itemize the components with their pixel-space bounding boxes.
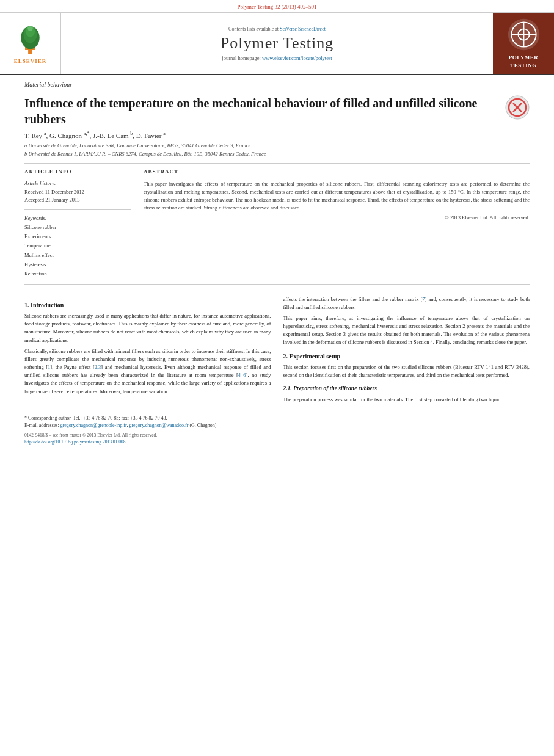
- affiliation-2: b Université de Rennes 1, LARMA.U.R. – C…: [24, 151, 530, 158]
- article-info-col: ARTICLE INFO Article history: Received 1…: [24, 169, 131, 279]
- body-two-col: 1. Introduction Silicone rubbers are inc…: [24, 296, 530, 407]
- intro-heading: 1. Introduction: [24, 300, 271, 310]
- accepted-date: Accepted 21 January 2013: [24, 197, 79, 203]
- abstract-col: ABSTRACT This paper investigates the eff…: [144, 169, 530, 279]
- homepage-link[interactable]: www.elsevier.com/locate/polytest: [262, 55, 332, 61]
- intro-col2-p2: This paper aims, therefore, at investiga…: [283, 314, 530, 347]
- article-info-title: ARTICLE INFO: [24, 169, 131, 176]
- divider-body: [24, 284, 530, 285]
- svg-point-5: [27, 26, 32, 31]
- keyword-4: Mullins effect: [24, 251, 131, 260]
- email-footnote: E-mail addresses: gregory.chagnon@grenob…: [24, 422, 530, 429]
- ref-7[interactable]: 7: [422, 296, 425, 302]
- body-col-right: affects the interaction between the fill…: [283, 296, 530, 407]
- keywords-list: Silicone rubber Experiments Temperature …: [24, 223, 131, 279]
- article-title: Influence of the temperature on the mech…: [24, 95, 530, 127]
- divider-keywords: [24, 209, 131, 210]
- keyword-2: Experiments: [24, 232, 131, 241]
- copyright-line: © 2013 Elsevier Ltd. All rights reserved…: [144, 214, 530, 220]
- article-dates: Received 11 December 2012 Accepted 21 Ja…: [24, 188, 131, 205]
- doi-link[interactable]: http://dx.doi.org/10.1016/j.polymertesti…: [24, 439, 125, 445]
- page-container: Polymer Testing 32 (2013) 492–501 ELSEVI…: [0, 0, 554, 445]
- received-date: Received 11 December 2012: [24, 189, 84, 195]
- polymer-testing-badge: POLYMER TESTING: [509, 54, 539, 69]
- ref-4[interactable]: 4–6: [238, 372, 246, 378]
- article-history-label: Article history:: [24, 180, 131, 186]
- intro-col2-p1: affects the interaction between the fill…: [283, 296, 530, 311]
- keyword-5: Hysteresis: [24, 260, 131, 269]
- header-left: ELSEVIER: [0, 13, 61, 74]
- email-link-2[interactable]: gregory.chagnon@wanadoo.fr: [129, 423, 188, 428]
- divider: [24, 163, 530, 164]
- email-link-1[interactable]: gregory.chagnon@grenoble-inp.fr: [60, 423, 127, 428]
- affiliation-1: a Université de Grenoble, Laboratoire 3S…: [24, 142, 530, 150]
- footnote-area: * Corresponding author. Tel.: +33 4 76 8…: [24, 412, 530, 429]
- ref-2[interactable]: 2,3: [95, 364, 101, 370]
- elsevier-tree-icon: [13, 23, 47, 57]
- crossmark-icon: [505, 95, 530, 120]
- body-col-left: 1. Introduction Silicone rubbers are inc…: [24, 296, 271, 407]
- prep-heading: 2.1. Preparation of the silicone rubbers: [283, 384, 530, 393]
- keyword-1: Silicone rubber: [24, 223, 131, 232]
- exp-heading: 2. Experimental setup: [283, 352, 530, 362]
- header-center: Contents lists available at SciVerse Sci…: [61, 13, 493, 74]
- journal-header: ELSEVIER Contents lists available at Sci…: [0, 13, 554, 75]
- body-section: 1. Introduction Silicone rubbers are inc…: [0, 289, 554, 446]
- abstract-title: ABSTRACT: [144, 169, 530, 176]
- header-right-badge: POLYMER TESTING: [493, 13, 554, 74]
- keywords-section: Keywords: Silicone rubber Experiments Te…: [24, 215, 131, 279]
- sciverse-link[interactable]: SciVerse ScienceDirect: [280, 26, 326, 32]
- journal-issue: Polymer Testing 32 (2013) 492–501: [237, 4, 316, 10]
- corresponding-footnote: * Corresponding author. Tel.: +33 4 76 8…: [24, 415, 530, 422]
- article-section: Material behaviour Influence of the temp…: [0, 75, 554, 284]
- polymer-testing-logo-icon: [507, 18, 541, 51]
- intro-p2: Classically, silicone rubbers are filled…: [24, 347, 271, 396]
- category-label: Material behaviour: [24, 81, 530, 90]
- intro-p1: Silicone rubbers are increasingly used i…: [24, 312, 271, 344]
- top-bar: Polymer Testing 32 (2013) 492–501: [0, 0, 554, 13]
- bottom-line: 0142-9418/$ – see front matter © 2013 El…: [24, 432, 530, 445]
- issn-line: 0142-9418/$ – see front matter © 2013 El…: [24, 432, 530, 439]
- journal-title: Polymer Testing: [221, 34, 333, 53]
- journal-homepage: journal homepage: www.elsevier.com/locat…: [222, 55, 332, 61]
- prep-p1: The preparation process was similar for …: [283, 396, 530, 404]
- sciverse-line: Contents lists available at SciVerse Sci…: [228, 26, 326, 32]
- exp-p1: This section focuses first on the prepar…: [283, 363, 530, 379]
- article-info-abstract: ARTICLE INFO Article history: Received 1…: [24, 169, 530, 279]
- keyword-3: Temperature: [24, 241, 131, 250]
- elsevier-logo: ELSEVIER: [13, 23, 47, 64]
- elsevier-text: ELSEVIER: [14, 58, 47, 64]
- ref-1[interactable]: 1: [48, 364, 50, 370]
- abstract-text: This paper investigates the effects of t…: [144, 180, 530, 213]
- doi-line: http://dx.doi.org/10.1016/j.polymertesti…: [24, 439, 530, 446]
- keyword-6: Relaxation: [24, 269, 131, 278]
- keywords-label: Keywords:: [24, 215, 131, 221]
- authors: T. Rey a, G. Chagnon a,*, J.-B. Le Cam b…: [24, 131, 530, 139]
